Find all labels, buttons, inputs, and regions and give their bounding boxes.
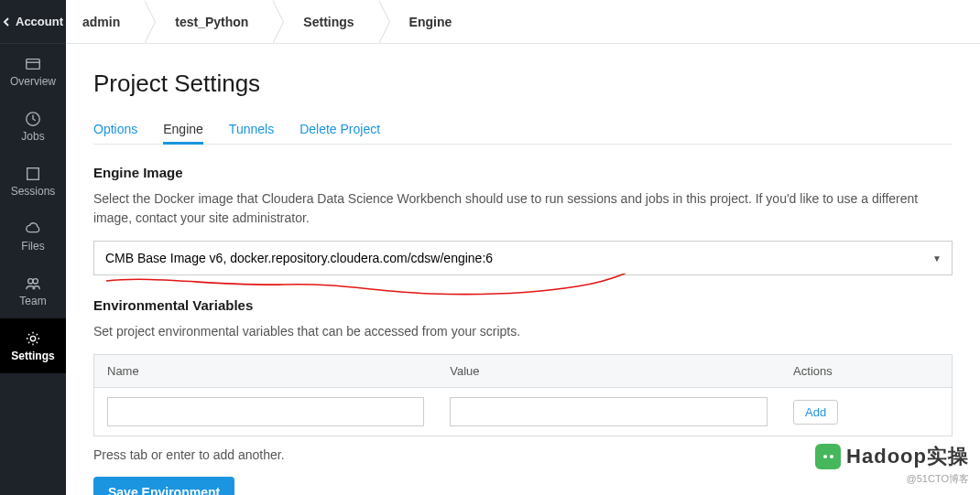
svg-rect-3: [27, 167, 39, 179]
sidebar-item-team[interactable]: Team: [0, 264, 66, 318]
content: Project Settings OptionsEngineTunnelsDel…: [66, 44, 980, 495]
sidebar-item-overview[interactable]: Overview: [0, 44, 66, 99]
svg-rect-0: [27, 59, 39, 69]
col-actions: Actions: [780, 355, 952, 388]
sidebar-item-label: Files: [21, 240, 44, 253]
col-name: Name: [94, 355, 438, 388]
env-value-input[interactable]: [450, 397, 768, 426]
sidebar-item-files[interactable]: Files: [0, 209, 66, 264]
env-variables-table: Name Value Actions Add: [93, 354, 953, 436]
engine-image-select[interactable]: CMB Base Image v6, docker.repository.clo…: [93, 241, 953, 275]
tab-options[interactable]: Options: [93, 114, 137, 144]
clock-icon: [25, 111, 41, 127]
engine-image-description: Select the Docker image that Cloudera Da…: [93, 189, 953, 228]
engine-image-title: Engine Image: [93, 165, 953, 180]
svg-point-4: [28, 278, 33, 283]
watermark-sub: @51CTO博客: [907, 472, 969, 486]
add-button[interactable]: Add: [793, 400, 838, 425]
page-title: Project Settings: [93, 70, 953, 98]
engine-image-section: Engine Image Select the Docker image tha…: [93, 165, 953, 275]
sidebar-item-label: Team: [19, 295, 46, 307]
breadcrumb-item[interactable]: test_Python: [144, 0, 272, 43]
watermark: Hadoop实操 @51CTO博客: [815, 443, 969, 486]
cloud-icon: [25, 221, 41, 237]
sidebar-item-jobs[interactable]: Jobs: [0, 99, 66, 154]
sidebar-item-label: Settings: [11, 350, 54, 362]
account-link[interactable]: Account: [0, 0, 66, 44]
breadcrumb-item[interactable]: Settings: [272, 0, 377, 43]
sidebar-item-label: Jobs: [21, 130, 44, 143]
square-icon: [25, 166, 41, 182]
watermark-text: Hadoop实操: [846, 443, 969, 470]
svg-point-5: [33, 278, 38, 283]
tab-delete-project[interactable]: Delete Project: [299, 114, 380, 144]
env-variables-title: Environmental Variables: [93, 297, 953, 313]
svg-point-6: [30, 336, 35, 340]
col-value: Value: [437, 355, 780, 388]
tab-engine[interactable]: Engine: [163, 114, 203, 144]
people-icon: [25, 275, 41, 292]
breadcrumb: admintest_PythonSettingsEngine: [66, 0, 980, 44]
breadcrumb-item[interactable]: admin: [66, 0, 144, 43]
sidebar-item-settings[interactable]: Settings: [0, 318, 66, 373]
card-icon: [25, 56, 41, 72]
sidebar-item-label: Sessions: [11, 185, 56, 198]
account-label: Account: [16, 15, 63, 28]
env-name-input[interactable]: [107, 397, 424, 426]
table-row: Add: [94, 388, 953, 436]
chevron-left-icon: [3, 17, 12, 27]
tabs: OptionsEngineTunnelsDelete Project: [93, 114, 953, 145]
env-variables-description: Set project environmental variables that…: [93, 322, 953, 341]
tab-tunnels[interactable]: Tunnels: [229, 114, 274, 144]
sidebar: Account OverviewJobsSessionsFilesTeamSet…: [0, 0, 66, 495]
wechat-icon: [815, 444, 841, 469]
sidebar-item-sessions[interactable]: Sessions: [0, 154, 66, 209]
save-environment-button[interactable]: Save Environment: [93, 477, 234, 495]
main: admintest_PythonSettingsEngine Project S…: [66, 0, 980, 495]
sidebar-item-label: Overview: [10, 75, 56, 88]
gear-icon: [25, 330, 41, 347]
breadcrumb-item[interactable]: Engine: [378, 0, 476, 43]
